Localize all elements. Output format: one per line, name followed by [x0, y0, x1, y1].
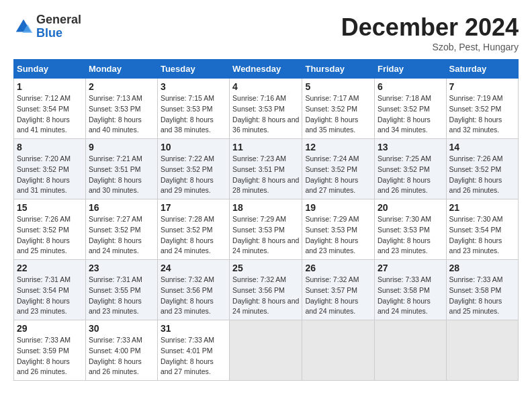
day-info: Sunrise: 7:31 AMSunset: 3:54 PMDaylight:…: [17, 275, 83, 317]
day-info: Sunrise: 7:23 AMSunset: 3:51 PMDaylight:…: [232, 154, 299, 196]
logo-text: General Blue: [36, 13, 81, 40]
logo-blue: Blue: [36, 26, 62, 40]
calendar-cell: 14Sunrise: 7:26 AMSunset: 3:52 PMDayligh…: [446, 139, 518, 199]
day-info: Sunrise: 7:33 AMSunset: 4:00 PMDaylight:…: [89, 335, 154, 377]
day-info: Sunrise: 7:27 AMSunset: 3:52 PMDaylight:…: [89, 214, 154, 257]
calendar-table: SundayMondayTuesdayWednesdayThursdayFrid…: [13, 59, 519, 381]
day-header-wednesday: Wednesday: [230, 60, 302, 79]
day-info: Sunrise: 7:33 AMSunset: 3:58 PMDaylight:…: [449, 275, 515, 317]
day-info: Sunrise: 7:32 AMSunset: 3:56 PMDaylight:…: [232, 275, 299, 317]
day-number: 26: [305, 263, 371, 273]
calendar-week-row: 15Sunrise: 7:26 AMSunset: 3:52 PMDayligh…: [14, 199, 519, 260]
day-number: 10: [161, 142, 226, 152]
day-number: 23: [89, 263, 154, 273]
calendar-week-row: 22Sunrise: 7:31 AMSunset: 3:54 PMDayligh…: [14, 260, 519, 320]
day-info: Sunrise: 7:29 AMSunset: 3:53 PMDaylight:…: [305, 214, 371, 257]
day-number: 14: [449, 142, 515, 152]
calendar-cell: 7Sunrise: 7:19 AMSunset: 3:52 PMDaylight…: [446, 79, 518, 139]
day-info: Sunrise: 7:29 AMSunset: 3:53 PMDaylight:…: [232, 214, 299, 257]
calendar-cell: 10Sunrise: 7:22 AMSunset: 3:52 PMDayligh…: [157, 139, 229, 199]
day-info: Sunrise: 7:19 AMSunset: 3:52 PMDaylight:…: [449, 93, 515, 136]
calendar-cell: 24Sunrise: 7:32 AMSunset: 3:56 PMDayligh…: [157, 260, 229, 320]
calendar-cell: 28Sunrise: 7:33 AMSunset: 3:58 PMDayligh…: [446, 260, 518, 320]
day-number: 24: [161, 263, 226, 273]
day-info: Sunrise: 7:30 AMSunset: 3:53 PMDaylight:…: [378, 214, 443, 257]
day-number: 31: [161, 323, 226, 334]
calendar-cell: 15Sunrise: 7:26 AMSunset: 3:52 PMDayligh…: [14, 199, 86, 260]
calendar-cell: [230, 320, 302, 381]
day-info: Sunrise: 7:20 AMSunset: 3:52 PMDaylight:…: [17, 154, 83, 196]
day-number: 30: [89, 323, 154, 334]
calendar-cell: 9Sunrise: 7:21 AMSunset: 3:51 PMDaylight…: [85, 139, 157, 199]
calendar-cell: 20Sunrise: 7:30 AMSunset: 3:53 PMDayligh…: [375, 199, 447, 260]
day-number: 17: [161, 202, 226, 213]
day-info: Sunrise: 7:22 AMSunset: 3:52 PMDaylight:…: [161, 154, 226, 196]
calendar-cell: 27Sunrise: 7:33 AMSunset: 3:58 PMDayligh…: [375, 260, 447, 320]
day-number: 21: [449, 202, 515, 213]
day-number: 8: [17, 142, 83, 152]
day-number: 7: [449, 81, 515, 92]
day-info: Sunrise: 7:28 AMSunset: 3:52 PMDaylight:…: [161, 214, 226, 257]
day-info: Sunrise: 7:32 AMSunset: 3:56 PMDaylight:…: [161, 275, 226, 317]
day-number: 1: [17, 81, 83, 92]
calendar-cell: [302, 320, 375, 381]
day-info: Sunrise: 7:33 AMSunset: 3:58 PMDaylight:…: [378, 275, 443, 317]
page-header: General Blue December 2024 Szob, Pest, H…: [13, 13, 519, 52]
day-number: 6: [378, 81, 443, 92]
day-info: Sunrise: 7:30 AMSunset: 3:54 PMDaylight:…: [449, 214, 515, 257]
calendar-cell: 1Sunrise: 7:12 AMSunset: 3:54 PMDaylight…: [14, 79, 86, 139]
day-number: 22: [17, 263, 83, 273]
calendar-cell: 17Sunrise: 7:28 AMSunset: 3:52 PMDayligh…: [157, 199, 229, 260]
calendar-cell: 16Sunrise: 7:27 AMSunset: 3:52 PMDayligh…: [85, 199, 157, 260]
calendar-cell: 26Sunrise: 7:32 AMSunset: 3:57 PMDayligh…: [302, 260, 375, 320]
day-info: Sunrise: 7:33 AMSunset: 4:01 PMDaylight:…: [161, 335, 226, 377]
title-block: December 2024 Szob, Pest, Hungary: [341, 13, 519, 52]
day-number: 2: [89, 81, 154, 92]
day-info: Sunrise: 7:26 AMSunset: 3:52 PMDaylight:…: [449, 154, 515, 196]
calendar-cell: 21Sunrise: 7:30 AMSunset: 3:54 PMDayligh…: [446, 199, 518, 260]
day-number: 19: [305, 202, 371, 213]
day-number: 9: [89, 142, 154, 152]
calendar-cell: 23Sunrise: 7:31 AMSunset: 3:55 PMDayligh…: [85, 260, 157, 320]
calendar-header-row: SundayMondayTuesdayWednesdayThursdayFrid…: [14, 60, 519, 79]
day-info: Sunrise: 7:15 AMSunset: 3:53 PMDaylight:…: [161, 93, 226, 136]
day-header-monday: Monday: [85, 60, 157, 79]
calendar-cell: 3Sunrise: 7:15 AMSunset: 3:53 PMDaylight…: [157, 79, 229, 139]
day-number: 11: [232, 142, 299, 152]
calendar-cell: 25Sunrise: 7:32 AMSunset: 3:56 PMDayligh…: [230, 260, 302, 320]
day-info: Sunrise: 7:17 AMSunset: 3:52 PMDaylight:…: [305, 93, 371, 136]
day-header-sunday: Sunday: [14, 60, 86, 79]
location: Szob, Pest, Hungary: [341, 42, 519, 52]
day-info: Sunrise: 7:13 AMSunset: 3:53 PMDaylight:…: [89, 93, 154, 136]
calendar-cell: 18Sunrise: 7:29 AMSunset: 3:53 PMDayligh…: [230, 199, 302, 260]
day-number: 12: [305, 142, 371, 152]
calendar-cell: 31Sunrise: 7:33 AMSunset: 4:01 PMDayligh…: [157, 320, 229, 381]
calendar-cell: [446, 320, 518, 381]
calendar-cell: 30Sunrise: 7:33 AMSunset: 4:00 PMDayligh…: [85, 320, 157, 381]
day-info: Sunrise: 7:21 AMSunset: 3:51 PMDaylight:…: [89, 154, 154, 196]
day-number: 3: [161, 81, 226, 92]
calendar-cell: 2Sunrise: 7:13 AMSunset: 3:53 PMDaylight…: [85, 79, 157, 139]
day-number: 5: [305, 81, 371, 92]
day-info: Sunrise: 7:26 AMSunset: 3:52 PMDaylight:…: [17, 214, 83, 257]
calendar-cell: 19Sunrise: 7:29 AMSunset: 3:53 PMDayligh…: [302, 199, 375, 260]
day-header-saturday: Saturday: [446, 60, 518, 79]
day-info: Sunrise: 7:31 AMSunset: 3:55 PMDaylight:…: [89, 275, 154, 317]
day-info: Sunrise: 7:25 AMSunset: 3:52 PMDaylight:…: [378, 154, 443, 196]
calendar-cell: 8Sunrise: 7:20 AMSunset: 3:52 PMDaylight…: [14, 139, 86, 199]
calendar-cell: 5Sunrise: 7:17 AMSunset: 3:52 PMDaylight…: [302, 79, 375, 139]
day-number: 20: [378, 202, 443, 213]
day-number: 18: [232, 202, 299, 213]
day-number: 28: [449, 263, 515, 273]
day-info: Sunrise: 7:16 AMSunset: 3:53 PMDaylight:…: [232, 93, 299, 136]
day-number: 4: [232, 81, 299, 92]
calendar-cell: 6Sunrise: 7:18 AMSunset: 3:52 PMDaylight…: [375, 79, 447, 139]
day-info: Sunrise: 7:33 AMSunset: 3:59 PMDaylight:…: [17, 335, 83, 377]
calendar-cell: 12Sunrise: 7:24 AMSunset: 3:52 PMDayligh…: [302, 139, 375, 199]
calendar-cell: 11Sunrise: 7:23 AMSunset: 3:51 PMDayligh…: [230, 139, 302, 199]
day-number: 29: [17, 323, 83, 334]
calendar-cell: 22Sunrise: 7:31 AMSunset: 3:54 PMDayligh…: [14, 260, 86, 320]
day-header-friday: Friday: [375, 60, 447, 79]
day-number: 15: [17, 202, 83, 213]
calendar-week-row: 1Sunrise: 7:12 AMSunset: 3:54 PMDaylight…: [14, 79, 519, 139]
